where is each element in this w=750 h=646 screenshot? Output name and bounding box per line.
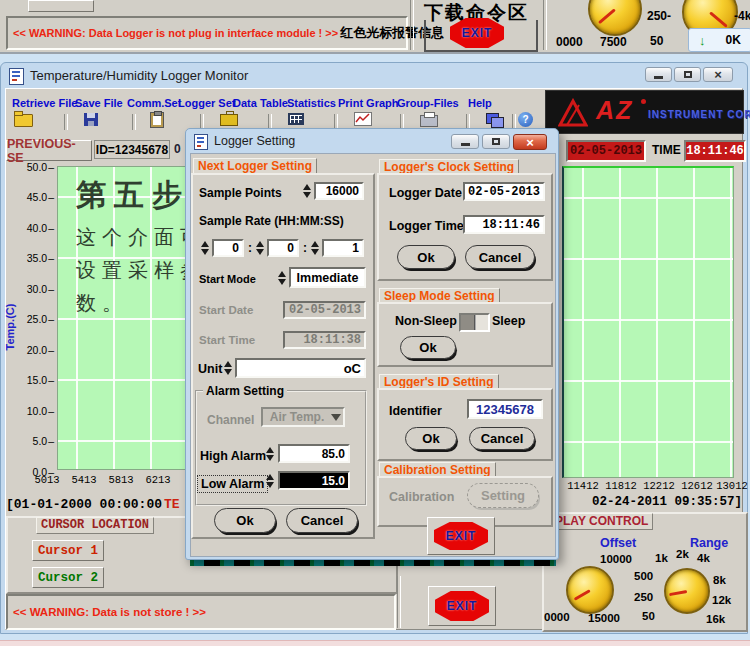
sample-rate-label: Sample Rate (HH:MM:SS) bbox=[199, 214, 344, 228]
main-titlebar[interactable]: Temperature/Humidity Logger Monitor × bbox=[2, 64, 746, 88]
menu-save-file[interactable]: Save File bbox=[75, 97, 123, 109]
sleep-ok-button[interactable]: Ok bbox=[400, 336, 456, 359]
toolbar-logger-set-button[interactable] bbox=[220, 114, 238, 126]
start-mode-spinner[interactable] bbox=[276, 268, 287, 288]
toolbar-save-button[interactable] bbox=[84, 113, 98, 126]
divider bbox=[543, 0, 547, 50]
date-display: 02-05-2013 bbox=[566, 140, 646, 162]
dialog-close-button[interactable]: × bbox=[513, 134, 547, 150]
bottom-exit-button[interactable]: EXIT bbox=[428, 586, 496, 626]
toolbar-group-files-button[interactable] bbox=[486, 113, 504, 126]
dialog-maximize-button[interactable] bbox=[482, 134, 510, 149]
toolbar-help-button[interactable]: ? bbox=[518, 112, 533, 127]
logger-id-display: ID=12345678 bbox=[94, 140, 170, 159]
id-ok-button[interactable]: Ok bbox=[405, 427, 457, 450]
range-label: Range bbox=[690, 536, 728, 550]
offset-knob[interactable] bbox=[566, 566, 614, 614]
start-mode-combo[interactable]: Immediate bbox=[289, 267, 366, 288]
rate-hour-spinner[interactable] bbox=[199, 239, 210, 257]
cursor2-button[interactable]: Cursor 2 bbox=[32, 567, 104, 588]
menu-print-graph[interactable]: Print Graph bbox=[338, 97, 399, 109]
menu-data-table[interactable]: Data Table bbox=[233, 97, 288, 109]
close-button[interactable]: × bbox=[703, 67, 733, 82]
sample-points-field[interactable]: 16000 bbox=[314, 182, 364, 200]
high-alarm-field[interactable]: 85.0 bbox=[278, 444, 350, 463]
chevron-down-icon bbox=[331, 414, 341, 421]
logger-setting-dialog: Logger Setting × Next Logger Setting Sam… bbox=[185, 128, 559, 560]
identifier-field[interactable]: 12345678 bbox=[467, 399, 543, 419]
rate-min-field[interactable]: 0 bbox=[267, 239, 299, 257]
app-icon bbox=[9, 68, 24, 85]
ok-chip[interactable]: ↓ 0K bbox=[688, 28, 750, 52]
top-knob-1[interactable] bbox=[588, 0, 642, 36]
menu-retrieve-file[interactable]: Retrieve File bbox=[12, 97, 77, 109]
menu-comm-set[interactable]: Comm.Set bbox=[127, 97, 181, 109]
y-tick: 50.0 bbox=[20, 161, 54, 173]
unit-field[interactable]: oC bbox=[235, 358, 366, 378]
start-date-label: Start Date bbox=[199, 304, 253, 316]
clock-cancel-button[interactable]: Cancel bbox=[465, 245, 535, 269]
top-strip: << WARNING: Data Logger is not plug in i… bbox=[0, 0, 750, 54]
range-knob[interactable] bbox=[664, 568, 710, 614]
low-alarm-label[interactable]: Low Alarm bbox=[197, 475, 268, 493]
ok-chip-label: 0K bbox=[726, 33, 741, 47]
rate-sec-field[interactable]: 1 bbox=[322, 239, 364, 257]
cursor-panel-header: CURSOR LOCATION bbox=[36, 517, 154, 534]
toolbar-comm-button[interactable] bbox=[150, 112, 164, 128]
low-alarm-field[interactable]: 15.0 bbox=[278, 471, 350, 490]
rate-min-spinner[interactable] bbox=[254, 239, 265, 257]
play-control-header: PLAY CONTROL bbox=[550, 513, 653, 530]
alarm-legend: Alarm Setting bbox=[203, 384, 287, 398]
time-display: 18:11:46 bbox=[684, 140, 746, 162]
logger-time-field[interactable]: 18:11:46 bbox=[463, 215, 545, 234]
rate-hour-field[interactable]: 0 bbox=[212, 239, 244, 257]
colon: : bbox=[303, 241, 307, 255]
dialog-exit-button[interactable]: EXIT bbox=[427, 517, 495, 555]
minimize-button[interactable] bbox=[645, 67, 672, 82]
download-exit-button[interactable]: EXIT bbox=[450, 18, 504, 48]
down-arrow-icon: ↓ bbox=[699, 33, 706, 48]
dialog-titlebar[interactable]: Logger Setting × bbox=[186, 129, 560, 153]
cursor1-button[interactable]: Cursor 1 bbox=[32, 540, 104, 561]
start-mode-label: Start Mode bbox=[199, 273, 256, 285]
knob1-tick-bl: 0000 bbox=[556, 35, 583, 49]
sample-points-label: Sample Points bbox=[199, 186, 282, 200]
partial-field: 0 bbox=[174, 142, 181, 156]
sample-points-spinner[interactable] bbox=[301, 182, 312, 200]
maximize-button[interactable] bbox=[674, 67, 701, 82]
non-sleep-label: Non-Sleep bbox=[395, 314, 457, 328]
dialog-minimize-button[interactable] bbox=[451, 134, 479, 149]
knob2-tick-left: 250- bbox=[647, 9, 671, 23]
menu-help[interactable]: Help bbox=[468, 97, 492, 109]
high-alarm-label: High Alarm bbox=[200, 449, 266, 463]
clock-ok-button[interactable]: Ok bbox=[397, 245, 455, 269]
data-table-icon bbox=[288, 113, 304, 125]
logger-date-field[interactable]: 02-05-2013 bbox=[463, 182, 545, 201]
sleep-toggle[interactable] bbox=[459, 313, 490, 332]
id-cancel-button[interactable]: Cancel bbox=[469, 427, 535, 450]
menu-group-files[interactable]: Group-Files bbox=[397, 97, 459, 109]
toolbar-print-button[interactable] bbox=[420, 115, 438, 127]
offset-tick-tr: 10000 bbox=[600, 553, 632, 565]
logger-time-label: Logger Time bbox=[389, 219, 464, 233]
y-tick: 20.0 bbox=[20, 344, 54, 356]
next-cancel-button[interactable]: Cancel bbox=[286, 508, 358, 533]
high-alarm-spinner[interactable] bbox=[264, 444, 275, 463]
dialog-title: Logger Setting bbox=[214, 134, 295, 148]
previous-set-button[interactable]: PREVIOUS-SE bbox=[6, 140, 92, 161]
menu-statistics[interactable]: Statistics bbox=[287, 97, 336, 109]
next-ok-button[interactable]: Ok bbox=[214, 508, 276, 533]
low-alarm-spinner[interactable] bbox=[264, 471, 275, 490]
unit-spinner[interactable] bbox=[222, 358, 233, 378]
top-warning-panel: << WARNING: Data Logger is not plug in i… bbox=[6, 16, 408, 50]
menu-logger-set[interactable]: Logger Set bbox=[178, 97, 235, 109]
rate-sec-spinner[interactable] bbox=[309, 239, 320, 257]
right-plot bbox=[562, 166, 734, 478]
y-tick: 15.0 bbox=[20, 374, 54, 386]
toolbar-data-table-button[interactable] bbox=[288, 113, 304, 125]
knob1-tick-br: 7500 bbox=[600, 35, 627, 49]
dialog-icon bbox=[194, 134, 208, 150]
y-tick: 45.0 bbox=[20, 191, 54, 203]
toolbar-open-button[interactable] bbox=[14, 114, 33, 127]
range-tick-16k: 16k bbox=[706, 613, 725, 625]
